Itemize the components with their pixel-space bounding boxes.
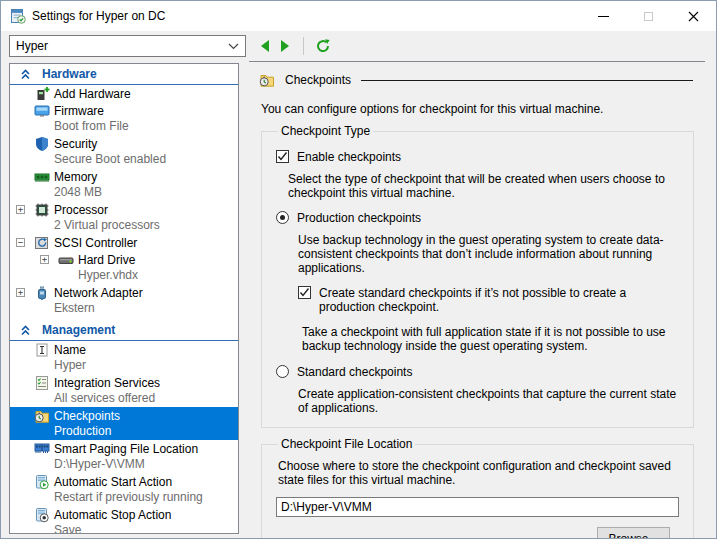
page-intro: You can configure options for checkpoint… [261,102,695,116]
window-title: Settings for Hyper on DC [32,9,165,23]
sidebar-item-hard-drive[interactable]: + Hard Drive Hyper.vhdx [10,251,238,284]
sidebar-item-checkpoints[interactable]: Checkpoints Production [10,407,238,440]
settings-sidebar: Hardware Add Hardware Firmware Boot from… [9,63,239,534]
group-legend: Checkpoint File Location [281,437,412,451]
checkpoints-icon [34,408,50,424]
checkbox-checked-icon [276,150,289,163]
chevron-down-icon [228,43,239,50]
page-title: Checkpoints [285,73,351,87]
network-adapter-icon [34,285,50,301]
item-subtitle: Hyper.vhdx [10,268,238,284]
hard-drive-icon [58,252,74,268]
close-button[interactable] [671,1,716,31]
item-label: Name [54,343,86,357]
vm-selector-value: Hyper [16,39,228,53]
sidebar-item-smart-paging-file-location[interactable]: Smart Paging File Location D:\Hyper-V\VM… [10,440,238,473]
smart-paging-icon [34,441,50,457]
item-label: Checkpoints [54,409,120,423]
collapse-icon[interactable]: − [16,238,25,247]
processor-icon [34,202,50,218]
sidebar-item-automatic-stop-action[interactable]: Automatic Stop Action Save [10,506,238,534]
memory-icon [34,169,50,185]
group-legend: Checkpoint Type [281,124,370,138]
integration-services-icon [34,375,50,391]
browse-button[interactable]: Browse... [597,527,670,539]
sidebar-item-firmware[interactable]: Firmware Boot from File [10,102,238,135]
sidebar-item-scsi-controller[interactable]: − SCSI Controller [10,234,238,251]
item-subtitle: 2 Virtual processors [10,218,238,234]
navigate-forward-icon[interactable] [278,39,292,53]
expand-icon[interactable]: + [40,255,49,264]
sidebar-item-network-adapter[interactable]: + Network Adapter Ekstern [10,284,238,317]
checkbox-label: Create standard checkpoints if it’s not … [319,286,685,314]
item-subtitle: Save [10,523,238,534]
maximize-button [626,1,671,31]
navigate-back-icon[interactable] [258,39,272,53]
minimize-icon [598,16,609,17]
header-rule [361,80,693,81]
sidebar-item-automatic-start-action[interactable]: Automatic Start Action Restart if previo… [10,473,238,506]
production-checkpoints-radio[interactable]: Production checkpoints [276,211,685,225]
settings-app-icon [10,8,26,24]
toolbar-separator [303,37,304,55]
firmware-icon [34,103,50,119]
item-subtitle: Ekstern [10,301,238,317]
sidebar-section-hardware[interactable]: Hardware [10,64,238,85]
sidebar-item-integration-services[interactable]: Integration Services All services offere… [10,374,238,407]
scsi-controller-icon [34,235,50,251]
collapse-chevron-icon [19,324,32,337]
production-note: Take a checkpoint with full application … [302,325,685,353]
refresh-icon[interactable] [315,38,331,54]
sidebar-item-add-hardware[interactable]: Add Hardware [10,85,238,102]
checkpoint-path-input[interactable] [276,497,679,517]
item-subtitle: Secure Boot enabled [10,152,238,168]
standard-description: Create application-consistent checkpoint… [298,387,685,415]
item-label: Automatic Start Action [54,475,172,489]
item-label: Memory [54,170,97,184]
item-label: SCSI Controller [54,236,137,250]
enable-checkpoints-checkbox[interactable]: Enable checkpoints [276,150,685,164]
item-subtitle: 2048 MB [10,185,238,201]
sidebar-item-memory[interactable]: Memory 2048 MB [10,168,238,201]
sidebar-item-name[interactable]: Name Hyper [10,341,238,374]
sidebar-section-management[interactable]: Management [10,320,238,341]
item-subtitle: All services offered [10,391,238,407]
file-location-description: Choose where to store the checkpoint con… [278,459,685,487]
expand-icon[interactable]: + [16,288,25,297]
expand-icon[interactable]: + [16,205,25,214]
item-label: Integration Services [54,376,160,390]
radio-selected-icon [276,211,289,224]
select-type-text: Select the type of checkpoint that will … [288,172,685,200]
name-icon [34,342,50,358]
collapse-chevron-icon [19,68,32,81]
item-label: Automatic Stop Action [54,508,171,522]
checkbox-label: Enable checkpoints [297,150,401,164]
sidebar-item-processor[interactable]: + Processor 2 Virtual processors [10,201,238,234]
vm-selector-dropdown[interactable]: Hyper [9,35,246,57]
toolbar: Hyper [1,31,716,61]
sidebar-item-security[interactable]: Security Secure Boot enabled [10,135,238,168]
close-icon [688,11,699,22]
checkpoint-type-group: Checkpoint Type Enable checkpoints Selec… [261,124,694,428]
add-hardware-icon [34,86,50,102]
section-label: Hardware [42,67,97,81]
radio-unselected-icon [276,365,289,378]
minimize-button[interactable] [581,1,626,31]
maximize-icon [644,12,653,21]
settings-dialog: Settings for Hyper on DC Hyper [0,0,717,539]
item-subtitle: D:\Hyper-V\VMM [10,457,238,473]
security-icon [34,136,50,152]
checkpoint-file-location-group: Checkpoint File Location Choose where to… [261,437,694,539]
item-subtitle: Production [10,424,238,440]
radio-label: Production checkpoints [297,211,421,225]
create-standard-fallback-checkbox[interactable]: Create standard checkpoints if it’s not … [298,286,685,314]
auto-start-icon [34,474,50,490]
radio-label: Standard checkpoints [297,365,412,379]
standard-checkpoints-radio[interactable]: Standard checkpoints [276,365,685,379]
item-subtitle: Boot from File [10,119,238,135]
item-label: Firmware [54,104,104,118]
item-label: Add Hardware [54,87,131,101]
section-label: Management [42,323,115,337]
production-description: Use backup technology in the guest opera… [298,233,685,275]
item-subtitle: Hyper [10,358,238,374]
